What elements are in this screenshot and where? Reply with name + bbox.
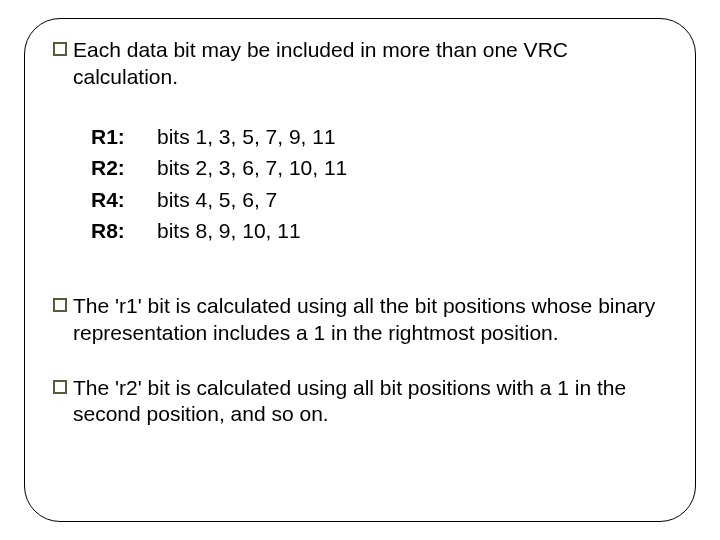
r-label: R2: <box>91 152 151 184</box>
square-bullet-icon <box>53 42 67 56</box>
square-bullet-icon <box>53 298 67 312</box>
square-bullet-icon <box>53 380 67 394</box>
list-item: R8: bits 8, 9, 10, 11 <box>91 215 667 247</box>
r-bits: bits 1, 3, 5, 7, 9, 11 <box>157 121 336 153</box>
bullet-text-3: The 'r2' bit is calculated using all bit… <box>73 375 667 429</box>
r-bits: bits 2, 3, 6, 7, 10, 11 <box>157 152 347 184</box>
r-bits: bits 4, 5, 6, 7 <box>157 184 277 216</box>
list-item: R2: bits 2, 3, 6, 7, 10, 11 <box>91 152 667 184</box>
r-bits: bits 8, 9, 10, 11 <box>157 215 301 247</box>
r-label: R1: <box>91 121 151 153</box>
r-label: R4: <box>91 184 151 216</box>
r-bits-list: R1: bits 1, 3, 5, 7, 9, 11 R2: bits 2, 3… <box>91 121 667 247</box>
list-item: R4: bits 4, 5, 6, 7 <box>91 184 667 216</box>
bullet-text-2: The 'r1' bit is calculated using all the… <box>73 293 667 347</box>
list-item: R1: bits 1, 3, 5, 7, 9, 11 <box>91 121 667 153</box>
slide-frame: Each data bit may be included in more th… <box>24 18 696 522</box>
bullet-item-2: The 'r1' bit is calculated using all the… <box>53 293 667 347</box>
bullet-item-1: Each data bit may be included in more th… <box>53 37 667 91</box>
r-label: R8: <box>91 215 151 247</box>
bullet-text-1: Each data bit may be included in more th… <box>73 37 667 91</box>
bullet-item-3: The 'r2' bit is calculated using all bit… <box>53 375 667 429</box>
